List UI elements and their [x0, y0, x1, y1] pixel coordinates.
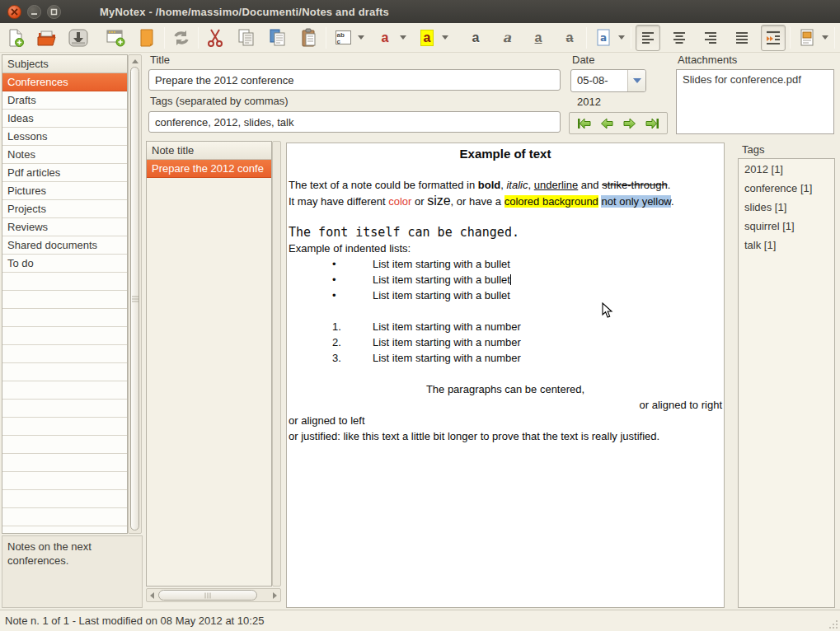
editor-heading: Example of text — [289, 146, 722, 161]
editor-centered-line: The paragraphs can be centered, — [289, 381, 722, 397]
editor-mono-line: The font itself can be changed. — [289, 225, 722, 241]
insert-file-dropdown[interactable] — [819, 25, 830, 51]
change-case-icon: abc — [336, 30, 351, 44]
note-item-selected[interactable]: Prepare the 2012 confe — [147, 160, 271, 178]
refresh-button[interactable] — [169, 25, 194, 51]
next-arrow-icon — [622, 116, 638, 131]
subject-item-shared-documents[interactable]: Shared documents — [2, 236, 127, 255]
bold-button[interactable]: a — [463, 25, 488, 51]
date-value: 05-08-2012 — [571, 70, 627, 91]
mouse-cursor-icon — [602, 302, 613, 320]
text-style-dropdown[interactable] — [616, 25, 626, 51]
bullet-icon: • — [332, 272, 336, 287]
new-subject-button[interactable] — [104, 25, 129, 51]
underline-button[interactable]: a — [526, 25, 551, 51]
title-input[interactable] — [148, 69, 561, 91]
attachment-item[interactable]: Slides for conference.pdf — [683, 73, 828, 86]
subject-item-lessons[interactable]: Lessons — [2, 128, 127, 146]
subjects-scrollbar-thumb[interactable] — [130, 67, 139, 531]
tag-item[interactable]: talk [1] — [739, 236, 834, 255]
highlight-color-button[interactable]: a — [415, 25, 439, 51]
subject-item-to-do[interactable]: To do — [2, 255, 127, 273]
editor-paragraph-formats: The text of a note could be formatted in… — [289, 177, 722, 193]
next-note-button[interactable] — [620, 115, 640, 132]
tags-label: Tags (separated by commas) — [150, 95, 289, 107]
chevron-down-icon — [358, 35, 364, 40]
resize-grip-icon[interactable] — [828, 619, 838, 629]
first-note-button[interactable] — [575, 115, 594, 132]
open-file-button[interactable] — [35, 25, 59, 51]
app-window: MyNotex - /home/massimo/Documenti/Notes … — [0, 0, 840, 631]
align-right-button[interactable] — [698, 25, 723, 51]
chevron-down-icon — [400, 35, 406, 40]
last-note-button[interactable] — [642, 115, 662, 132]
subjects-scrollbar[interactable] — [128, 54, 142, 534]
align-center-button[interactable] — [667, 25, 692, 51]
insert-file-icon — [799, 28, 815, 48]
tag-item[interactable]: squirrel [1] — [739, 217, 834, 236]
subject-item-pdf-articles[interactable]: Pdf articles — [2, 164, 127, 182]
new-note-button[interactable] — [135, 25, 160, 51]
subject-item-notes[interactable]: Notes — [2, 146, 127, 164]
open-folder-icon — [36, 28, 58, 48]
copy-button[interactable] — [234, 25, 259, 51]
date-label: Date — [572, 54, 594, 66]
new-file-button[interactable] — [3, 25, 28, 51]
tag-item[interactable]: 2012 [1] — [739, 161, 834, 180]
paste-icon — [299, 28, 319, 48]
notes-list-panel: Note title Prepare the 2012 confe — [146, 141, 272, 587]
subject-item-drafts[interactable]: Drafts — [2, 91, 127, 110]
subject-item-conferences[interactable]: Conferences — [2, 73, 127, 91]
strikethrough-icon: a — [566, 30, 574, 45]
font-color-button[interactable]: a — [373, 25, 397, 51]
cut-button[interactable] — [203, 25, 228, 51]
font-color-icon: a — [382, 30, 389, 45]
insert-file-button[interactable] — [795, 25, 819, 51]
align-left-button[interactable] — [636, 25, 660, 51]
minimize-button[interactable] — [27, 5, 41, 19]
indent-button[interactable] — [761, 25, 786, 51]
maximize-button[interactable] — [47, 5, 61, 19]
subject-description-box[interactable]: Notes on the next conferences. — [2, 535, 143, 608]
tag-item[interactable]: conference [1] — [739, 180, 834, 199]
paste-special-button[interactable] — [265, 25, 290, 51]
toolbar: abc a a a a a a a — [0, 23, 840, 53]
subject-item-reviews[interactable]: Reviews — [2, 218, 127, 236]
notes-list-hscrollbar[interactable] — [146, 588, 281, 602]
statusbar: Note n. 1 of 1 - Last modified on 08 May… — [0, 610, 840, 631]
strikethrough-button[interactable]: a — [557, 25, 582, 51]
first-arrow-icon — [576, 116, 593, 131]
note-editor[interactable]: Example of text The text of a note could… — [286, 143, 725, 608]
notes-list-vscrollbar[interactable] — [272, 141, 281, 587]
close-button[interactable] — [7, 5, 21, 19]
scroll-up-icon[interactable] — [132, 59, 138, 63]
subject-item-ideas[interactable]: Ideas — [2, 110, 127, 128]
refresh-icon — [171, 28, 192, 48]
window-title: MyNotex - /home/massimo/Documenti/Notes … — [100, 6, 389, 18]
subject-item-pictures[interactable]: Pictures — [2, 182, 127, 200]
justify-button[interactable] — [730, 25, 754, 51]
paste-button[interactable] — [297, 25, 321, 51]
scroll-left-icon[interactable] — [150, 592, 154, 599]
scroll-right-icon[interactable] — [273, 592, 277, 599]
save-button[interactable] — [66, 25, 91, 51]
date-dropdown-button[interactable] — [627, 70, 645, 91]
align-right-icon — [703, 30, 718, 45]
text-style-icon: a — [595, 28, 612, 48]
attachments-box[interactable]: Slides for conference.pdf — [676, 69, 834, 134]
change-case-dropdown[interactable] — [355, 25, 366, 51]
font-color-dropdown[interactable] — [397, 25, 408, 51]
tags-input[interactable] — [148, 111, 561, 133]
bullet-item: •List item starting with a bullet — [289, 272, 722, 287]
date-combo[interactable]: 05-08-2012 — [570, 69, 646, 92]
notes-list-hscrollbar-thumb[interactable] — [158, 590, 257, 601]
italic-button[interactable]: a — [495, 25, 519, 51]
tag-item[interactable]: slides [1] — [739, 199, 834, 217]
previous-arrow-icon — [598, 116, 615, 131]
subject-item-projects[interactable]: Projects — [2, 200, 127, 218]
text-style-button[interactable]: a — [591, 25, 616, 51]
previous-note-button[interactable] — [597, 115, 617, 132]
highlight-color-dropdown[interactable] — [439, 25, 450, 51]
note-navigation — [569, 112, 668, 134]
change-case-button[interactable]: abc — [331, 25, 355, 51]
